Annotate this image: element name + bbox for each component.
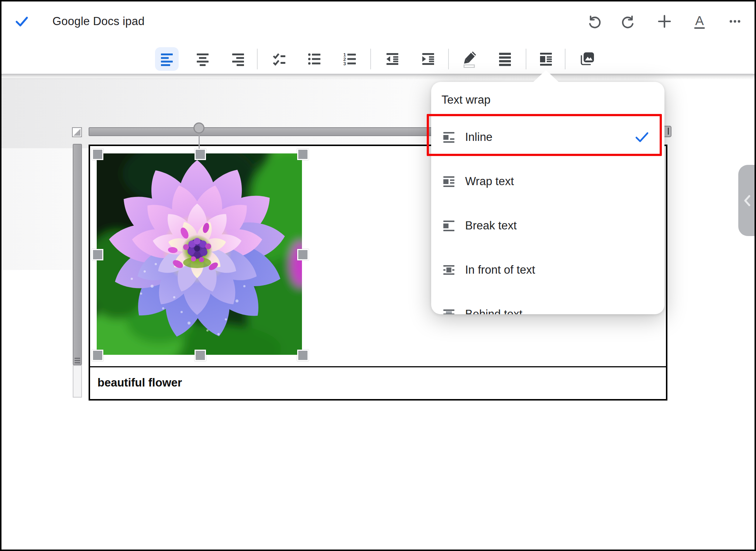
ruler-drag-handle[interactable] <box>193 122 205 134</box>
menu-item-break-text[interactable]: Break text <box>431 204 664 248</box>
header-shadow <box>0 74 756 80</box>
checkmark-icon <box>13 13 30 30</box>
selection-handle-mid-left[interactable] <box>92 249 103 260</box>
text-wrap-button[interactable] <box>534 47 558 71</box>
done-button[interactable] <box>10 10 34 33</box>
checklist-icon <box>270 50 288 68</box>
redo-icon <box>621 13 637 30</box>
menu-item-wrap-text[interactable]: Wrap text <box>431 159 664 204</box>
chevron-left-icon <box>741 193 754 208</box>
insert-image-icon <box>578 50 596 68</box>
right-margin-marker-bar <box>668 128 669 135</box>
line-spacing-button[interactable] <box>493 47 517 71</box>
red-highlight-annotation <box>427 114 662 156</box>
numbered-list-icon: 1 2 3 <box>341 50 359 68</box>
toolbar-divider <box>526 49 526 69</box>
wrap-front-icon <box>442 263 456 277</box>
plus-icon <box>656 13 673 30</box>
document-image[interactable] <box>97 153 302 355</box>
wrap-behind-icon <box>442 308 456 314</box>
decrease-indent-button[interactable] <box>381 47 404 71</box>
svg-text:3: 3 <box>343 61 346 66</box>
selection-handle-top-left[interactable] <box>92 149 103 160</box>
toolbar-divider <box>565 49 566 69</box>
selection-handle-bottom-right[interactable] <box>297 350 309 361</box>
insert-button[interactable] <box>653 10 676 33</box>
selection-handle-bottom-left[interactable] <box>92 350 103 361</box>
text-wrap-icon <box>537 50 555 68</box>
align-left-button[interactable] <box>155 47 179 71</box>
checklist-button[interactable] <box>267 47 291 71</box>
menu-item-in-front-of-text[interactable]: In front of text <box>431 248 664 292</box>
numbered-list-button[interactable]: 1 2 3 <box>338 47 362 71</box>
more-options-button[interactable] <box>723 10 747 33</box>
image-caption[interactable]: beautiful flower <box>97 367 182 399</box>
vertical-ruler-tail[interactable] <box>73 365 82 398</box>
highlighter-icon <box>460 50 478 68</box>
header-bar: Google Docs ipad A <box>0 0 756 74</box>
wrap-break-icon <box>442 219 456 232</box>
selection-handle-top-center[interactable] <box>195 149 206 160</box>
align-center-button[interactable] <box>191 47 214 71</box>
bulleted-list-button[interactable] <box>303 47 326 71</box>
toolbar-divider <box>257 49 258 69</box>
page-title: Google Docs ipad <box>52 10 145 32</box>
undo-icon <box>586 13 602 30</box>
vertical-ruler-grip <box>75 358 80 359</box>
menu-item-label: In front of text <box>465 248 535 292</box>
menu-item-label: Wrap text <box>465 159 514 204</box>
caption-cell[interactable]: beautiful flower <box>90 366 666 399</box>
tab-stop-triangle <box>73 128 81 136</box>
vertical-ruler[interactable] <box>73 144 82 365</box>
wrap-around-icon <box>442 175 456 188</box>
tab-stop-indicator[interactable] <box>72 127 82 137</box>
menu-title: Text wrap <box>441 82 491 116</box>
menu-item-behind-text[interactable]: Behind text <box>431 292 664 314</box>
increase-indent-button[interactable] <box>416 47 440 71</box>
bulleted-list-icon <box>306 50 323 68</box>
toolbar-divider <box>370 49 371 69</box>
align-right-button[interactable] <box>226 47 250 71</box>
popup-pointer-arrow <box>533 70 559 82</box>
vertical-ruler-grip <box>75 362 80 363</box>
google-docs-ipad-app: beautiful flower <box>0 0 756 551</box>
menu-item-label: Behind text <box>465 292 522 314</box>
redo-button[interactable] <box>617 10 640 33</box>
menu-item-label: Break text <box>465 204 517 248</box>
text-format-button[interactable]: A <box>688 10 711 33</box>
undo-button[interactable] <box>582 10 606 33</box>
selection-handle-mid-right[interactable] <box>297 249 309 260</box>
side-panel-handle[interactable] <box>738 165 756 236</box>
highlight-button[interactable] <box>457 47 481 71</box>
align-right-icon <box>229 50 247 68</box>
toolbar-divider <box>448 49 449 69</box>
vertical-ruler-grip <box>75 360 80 361</box>
format-a-icon: A <box>694 14 704 29</box>
insert-image-button[interactable] <box>575 47 599 71</box>
align-left-icon <box>158 50 176 68</box>
ellipsis-icon <box>726 13 743 30</box>
decrease-indent-icon <box>384 50 401 68</box>
align-center-icon <box>194 50 212 68</box>
selection-handle-bottom-center[interactable] <box>195 350 206 361</box>
increase-indent-icon <box>419 50 437 68</box>
line-spacing-icon <box>496 50 514 68</box>
selection-handle-top-right[interactable] <box>297 149 309 160</box>
